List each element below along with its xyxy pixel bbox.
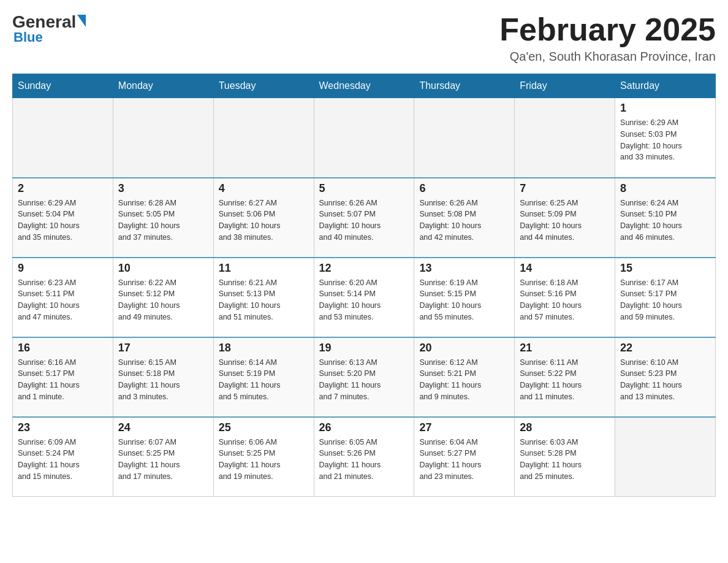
calendar-week-row: 16Sunrise: 6:16 AM Sunset: 5:17 PM Dayli… [13,337,716,417]
day-info: Sunrise: 6:06 AM Sunset: 5:25 PM Dayligh… [219,437,309,483]
day-number: 27 [419,421,509,434]
day-number: 15 [620,262,710,275]
calendar-day-cell: 16Sunrise: 6:16 AM Sunset: 5:17 PM Dayli… [13,337,113,417]
calendar-day-cell: 5Sunrise: 6:26 AM Sunset: 5:07 PM Daylig… [314,178,414,258]
calendar-week-row: 23Sunrise: 6:09 AM Sunset: 5:24 PM Dayli… [13,417,716,497]
day-number: 16 [18,342,108,354]
day-number: 24 [118,421,208,434]
day-number: 19 [319,342,409,354]
day-info: Sunrise: 6:12 AM Sunset: 5:21 PM Dayligh… [419,357,509,403]
day-number: 8 [620,182,710,195]
day-number: 18 [219,342,309,354]
calendar-day-cell: 17Sunrise: 6:15 AM Sunset: 5:18 PM Dayli… [113,337,213,417]
day-of-week-header: Sunday [13,74,113,98]
day-of-week-header: Monday [113,74,213,98]
calendar-day-cell: 24Sunrise: 6:07 AM Sunset: 5:25 PM Dayli… [113,417,213,497]
location-text: Qa'en, South Khorasan Province, Iran [499,50,716,64]
calendar-day-cell: 20Sunrise: 6:12 AM Sunset: 5:21 PM Dayli… [414,337,515,417]
calendar-day-cell: 26Sunrise: 6:05 AM Sunset: 5:26 PM Dayli… [314,417,414,497]
calendar-day-cell: 8Sunrise: 6:24 AM Sunset: 5:10 PM Daylig… [615,178,716,258]
calendar-day-cell [13,98,113,178]
day-info: Sunrise: 6:05 AM Sunset: 5:26 PM Dayligh… [319,437,409,483]
calendar-table: SundayMondayTuesdayWednesdayThursdayFrid… [12,74,716,497]
day-info: Sunrise: 6:22 AM Sunset: 5:12 PM Dayligh… [118,277,208,323]
day-info: Sunrise: 6:19 AM Sunset: 5:15 PM Dayligh… [419,277,509,323]
logo-triangle-icon [77,15,86,27]
calendar-day-cell: 21Sunrise: 6:11 AM Sunset: 5:22 PM Dayli… [515,337,615,417]
calendar-day-cell: 15Sunrise: 6:17 AM Sunset: 5:17 PM Dayli… [615,258,716,337]
day-info: Sunrise: 6:26 AM Sunset: 5:07 PM Dayligh… [319,197,409,243]
day-info: Sunrise: 6:29 AM Sunset: 5:04 PM Dayligh… [18,197,108,243]
day-number: 14 [520,262,610,275]
day-number: 28 [520,421,610,434]
calendar-day-cell [515,98,615,178]
day-info: Sunrise: 6:10 AM Sunset: 5:23 PM Dayligh… [620,357,710,403]
day-number: 2 [18,182,108,195]
logo-blue-text: Blue [13,29,43,45]
calendar-week-row: 1Sunrise: 6:29 AM Sunset: 5:03 PM Daylig… [13,98,716,178]
day-info: Sunrise: 6:23 AM Sunset: 5:11 PM Dayligh… [18,277,108,323]
calendar-day-cell: 13Sunrise: 6:19 AM Sunset: 5:15 PM Dayli… [414,258,515,337]
calendar-day-cell: 10Sunrise: 6:22 AM Sunset: 5:12 PM Dayli… [113,258,213,337]
day-info: Sunrise: 6:21 AM Sunset: 5:13 PM Dayligh… [219,277,309,323]
day-of-week-header: Tuesday [213,74,314,98]
month-title: February 2025 [499,12,716,47]
calendar-day-cell [113,98,213,178]
day-info: Sunrise: 6:26 AM Sunset: 5:08 PM Dayligh… [419,197,509,243]
calendar-week-row: 2Sunrise: 6:29 AM Sunset: 5:04 PM Daylig… [13,178,716,258]
day-info: Sunrise: 6:20 AM Sunset: 5:14 PM Dayligh… [319,277,409,323]
day-number: 23 [18,421,108,434]
day-info: Sunrise: 6:03 AM Sunset: 5:28 PM Dayligh… [520,437,610,483]
day-number: 1 [620,102,710,115]
day-number: 4 [219,182,309,195]
calendar-day-cell: 1Sunrise: 6:29 AM Sunset: 5:03 PM Daylig… [615,98,716,178]
day-number: 6 [419,182,509,195]
day-of-week-header: Saturday [615,74,716,98]
calendar-header-row: SundayMondayTuesdayWednesdayThursdayFrid… [13,74,716,98]
day-number: 20 [419,342,509,354]
day-info: Sunrise: 6:04 AM Sunset: 5:27 PM Dayligh… [419,437,509,483]
calendar-day-cell [314,98,414,178]
day-info: Sunrise: 6:13 AM Sunset: 5:20 PM Dayligh… [319,357,409,403]
day-info: Sunrise: 6:28 AM Sunset: 5:05 PM Dayligh… [118,197,208,243]
day-of-week-header: Thursday [414,74,515,98]
title-area: February 2025 Qa'en, South Khorasan Prov… [499,12,716,64]
calendar-week-row: 9Sunrise: 6:23 AM Sunset: 5:11 PM Daylig… [13,258,716,337]
day-info: Sunrise: 6:11 AM Sunset: 5:22 PM Dayligh… [520,357,610,403]
day-number: 21 [520,342,610,354]
day-info: Sunrise: 6:17 AM Sunset: 5:17 PM Dayligh… [620,277,710,323]
calendar-day-cell: 19Sunrise: 6:13 AM Sunset: 5:20 PM Dayli… [314,337,414,417]
day-number: 7 [520,182,610,195]
calendar-day-cell: 4Sunrise: 6:27 AM Sunset: 5:06 PM Daylig… [213,178,314,258]
day-number: 3 [118,182,208,195]
calendar-day-cell: 7Sunrise: 6:25 AM Sunset: 5:09 PM Daylig… [515,178,615,258]
calendar-day-cell: 22Sunrise: 6:10 AM Sunset: 5:23 PM Dayli… [615,337,716,417]
day-number: 12 [319,262,409,275]
calendar-day-cell: 12Sunrise: 6:20 AM Sunset: 5:14 PM Dayli… [314,258,414,337]
calendar-day-cell: 27Sunrise: 6:04 AM Sunset: 5:27 PM Dayli… [414,417,515,497]
day-number: 17 [118,342,208,354]
page-header: General Blue February 2025 Qa'en, South … [12,12,716,64]
calendar-day-cell: 23Sunrise: 6:09 AM Sunset: 5:24 PM Dayli… [13,417,113,497]
day-of-week-header: Wednesday [314,74,414,98]
calendar-day-cell [213,98,314,178]
calendar-day-cell: 25Sunrise: 6:06 AM Sunset: 5:25 PM Dayli… [213,417,314,497]
day-info: Sunrise: 6:07 AM Sunset: 5:25 PM Dayligh… [118,437,208,483]
day-info: Sunrise: 6:24 AM Sunset: 5:10 PM Dayligh… [620,197,710,243]
calendar-day-cell: 6Sunrise: 6:26 AM Sunset: 5:08 PM Daylig… [414,178,515,258]
day-number: 5 [319,182,409,195]
calendar-day-cell [615,417,716,497]
day-of-week-header: Friday [515,74,615,98]
day-info: Sunrise: 6:09 AM Sunset: 5:24 PM Dayligh… [18,437,108,483]
calendar-day-cell: 9Sunrise: 6:23 AM Sunset: 5:11 PM Daylig… [13,258,113,337]
day-info: Sunrise: 6:18 AM Sunset: 5:16 PM Dayligh… [520,277,610,323]
calendar-day-cell: 11Sunrise: 6:21 AM Sunset: 5:13 PM Dayli… [213,258,314,337]
calendar-day-cell: 3Sunrise: 6:28 AM Sunset: 5:05 PM Daylig… [113,178,213,258]
day-number: 10 [118,262,208,275]
calendar-day-cell: 18Sunrise: 6:14 AM Sunset: 5:19 PM Dayli… [213,337,314,417]
calendar-day-cell: 2Sunrise: 6:29 AM Sunset: 5:04 PM Daylig… [13,178,113,258]
day-info: Sunrise: 6:29 AM Sunset: 5:03 PM Dayligh… [620,117,710,163]
calendar-day-cell: 14Sunrise: 6:18 AM Sunset: 5:16 PM Dayli… [515,258,615,337]
day-info: Sunrise: 6:25 AM Sunset: 5:09 PM Dayligh… [520,197,610,243]
day-info: Sunrise: 6:16 AM Sunset: 5:17 PM Dayligh… [18,357,108,403]
